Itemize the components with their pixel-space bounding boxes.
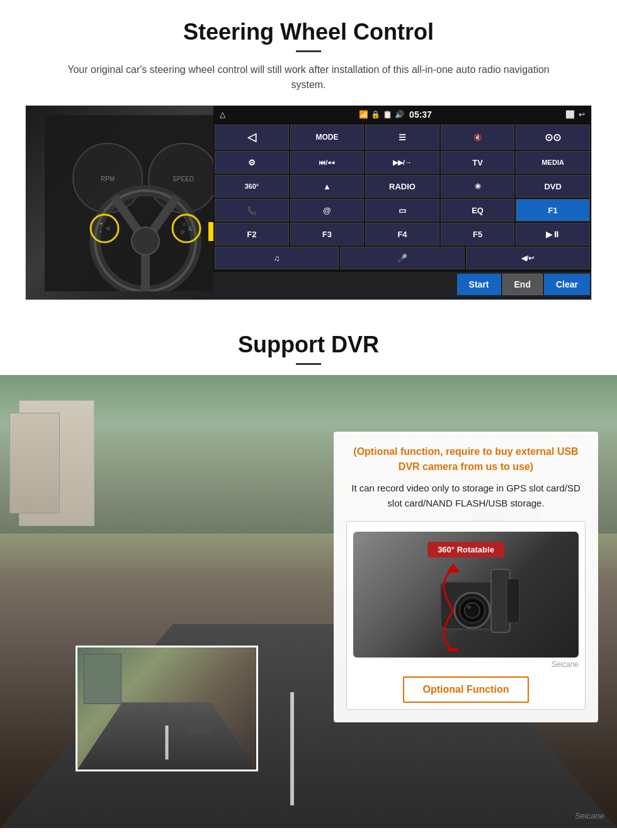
window-controls: ⬜ ↩ bbox=[565, 110, 585, 119]
watermark: Seicane bbox=[353, 660, 579, 669]
dvd-btn[interactable]: DVD bbox=[516, 175, 590, 198]
steering-title: Steering Wheel Control bbox=[25, 19, 592, 45]
end-button[interactable]: End bbox=[502, 274, 543, 295]
ui-panel: △ 📶 🔒 📋 🔊 05:37 ⬜ ↩ ◁ MODE bbox=[213, 106, 591, 300]
wifi-icon: 📶 bbox=[359, 110, 368, 119]
f4-btn[interactable]: F4 bbox=[365, 223, 439, 245]
radio-btn[interactable]: RADIO bbox=[365, 175, 439, 198]
clear-button[interactable]: Clear bbox=[544, 274, 590, 295]
road-marking bbox=[290, 692, 294, 805]
svg-text:-: - bbox=[99, 228, 101, 235]
svg-text:SPEED: SPEED bbox=[173, 176, 194, 182]
action-row: Start End Clear bbox=[213, 272, 591, 297]
f1-btn[interactable]: F1 bbox=[516, 199, 590, 221]
settings-btn[interactable]: ⚙ bbox=[215, 151, 289, 174]
dvr-info-card: (Optional function, require to buy exter… bbox=[334, 432, 598, 722]
dvr-divider bbox=[296, 363, 321, 365]
360-btn[interactable]: 360° bbox=[215, 175, 289, 198]
dvr-inset-image bbox=[76, 646, 258, 771]
steering-section: Steering Wheel Control Your original car… bbox=[0, 0, 617, 313]
phone-btn[interactable]: 📞 bbox=[215, 199, 289, 221]
status-bar: △ 📶 🔒 📋 🔊 05:37 ⬜ ↩ bbox=[213, 106, 591, 123]
prev-btn[interactable]: ⏮/◀◀ bbox=[290, 151, 365, 174]
photo-watermark: Seicane bbox=[575, 811, 604, 820]
camera-image-area: 360° Rotatable bbox=[353, 532, 579, 658]
bluetooth-icon: 🔊 bbox=[395, 110, 404, 119]
home-icon[interactable]: △ bbox=[220, 110, 225, 119]
screen-btn[interactable]: ▭ bbox=[365, 199, 439, 221]
inset-car bbox=[186, 720, 212, 733]
eq-btn[interactable]: EQ bbox=[441, 199, 515, 221]
svg-text:△: △ bbox=[188, 225, 193, 231]
mic-btn[interactable]: 🎤 bbox=[340, 247, 464, 269]
building-left2 bbox=[9, 413, 60, 513]
dvr-optional-text: (Optional function, require to buy exter… bbox=[346, 444, 586, 474]
f3-btn[interactable]: F3 bbox=[290, 223, 365, 245]
tv-btn[interactable]: TV bbox=[441, 151, 515, 174]
back-icon: ↩ bbox=[579, 110, 585, 119]
dvr-description: It can record video only to storage in G… bbox=[346, 481, 586, 511]
time-display: 05:37 bbox=[409, 109, 432, 120]
playpause-btn[interactable]: ▶⏸ bbox=[516, 223, 590, 245]
inset-building bbox=[84, 654, 122, 704]
lock-icon: 🔒 bbox=[371, 110, 380, 119]
steering-composite: RPM SPEED + - ◁ ○ ◇ △ bbox=[25, 105, 592, 300]
list-btn[interactable]: ☰ bbox=[365, 125, 439, 150]
steering-description: Your original car's steering wheel contr… bbox=[50, 62, 567, 92]
f2-btn[interactable]: F2 bbox=[215, 223, 289, 245]
next-btn[interactable]: ▶▶/→ bbox=[365, 151, 439, 174]
inset-road-line bbox=[166, 725, 169, 759]
dvr-section: Support DVR (Optional function, bbox=[0, 313, 617, 828]
svg-marker-27 bbox=[447, 563, 460, 573]
apps-btn[interactable]: ⊙⊙ bbox=[516, 125, 590, 150]
svg-text:◁: ◁ bbox=[106, 225, 110, 231]
svg-text:RPM: RPM bbox=[101, 176, 115, 182]
window-icon: ⬜ bbox=[565, 110, 575, 119]
svg-marker-28 bbox=[447, 648, 460, 651]
status-icons: 📶 🔒 📋 🔊 05:37 bbox=[359, 109, 432, 120]
svg-text:○: ○ bbox=[183, 221, 186, 227]
mute-btn[interactable]: 🔇 bbox=[441, 125, 515, 150]
svg-text:◇: ◇ bbox=[181, 229, 185, 235]
optional-function-button[interactable]: Optional Function bbox=[403, 676, 529, 703]
svg-point-23 bbox=[465, 603, 480, 618]
dvr-camera-box: 360° Rotatable bbox=[346, 521, 586, 710]
media-btn[interactable]: MEDIA bbox=[516, 151, 590, 174]
mode-btn[interactable]: MODE bbox=[290, 125, 365, 150]
svg-rect-26 bbox=[507, 579, 519, 623]
web-btn[interactable]: @ bbox=[290, 199, 365, 221]
sim-icon: 📋 bbox=[383, 110, 392, 119]
svg-point-10 bbox=[132, 227, 159, 255]
dvr-title: Support DVR bbox=[0, 332, 617, 358]
camera-badge: 360° Rotatable bbox=[427, 542, 504, 557]
camera-svg bbox=[397, 551, 535, 651]
nav-btn[interactable]: ◁ bbox=[215, 125, 289, 150]
vol-btn[interactable]: ◀/↩ bbox=[466, 247, 590, 269]
start-button[interactable]: Start bbox=[457, 274, 501, 295]
svg-text:+: + bbox=[99, 221, 103, 227]
divider bbox=[296, 50, 321, 52]
brightness-btn[interactable]: ☀ bbox=[441, 175, 515, 198]
eject-btn[interactable]: ▲ bbox=[290, 175, 365, 198]
f5-btn[interactable]: F5 bbox=[441, 223, 515, 245]
dvr-photo-area: (Optional function, require to buy exter… bbox=[0, 375, 617, 828]
svg-point-24 bbox=[467, 605, 471, 609]
music-btn[interactable]: ♫ bbox=[215, 247, 339, 269]
